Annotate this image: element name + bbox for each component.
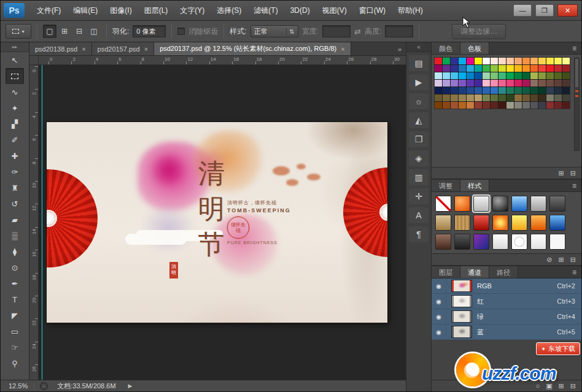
new-swatch-button[interactable]: ⊞ bbox=[559, 169, 564, 177]
vertical-ruler[interactable]: 02468101214161820222426 bbox=[29, 65, 39, 380]
channel-row[interactable]: ◉RGBCtrl+2 bbox=[432, 279, 581, 294]
color-swatch[interactable] bbox=[514, 72, 522, 79]
menu-item[interactable]: 编辑(E) bbox=[67, 1, 104, 21]
color-swatch[interactable] bbox=[530, 80, 538, 86]
tab-close-icon[interactable]: × bbox=[341, 45, 344, 53]
color-swatch[interactable] bbox=[451, 58, 458, 64]
menu-item[interactable]: 图像(I) bbox=[104, 1, 138, 21]
color-swatch[interactable] bbox=[475, 80, 482, 86]
height-input[interactable] bbox=[385, 25, 413, 37]
color-swatch[interactable] bbox=[538, 72, 546, 79]
clear-style-button[interactable]: ⊘ bbox=[546, 256, 552, 264]
style-thumb-plain-white[interactable] bbox=[549, 234, 565, 250]
menu-item[interactable]: 3D(D) bbox=[284, 1, 316, 21]
visibility-eye-icon[interactable]: ◉ bbox=[432, 325, 446, 339]
scrollbar-thumb[interactable] bbox=[575, 59, 578, 87]
color-swatch[interactable] bbox=[554, 102, 562, 109]
panel-tab[interactable]: 样式 bbox=[460, 180, 489, 191]
info-panel-icon[interactable]: ◈ bbox=[409, 150, 429, 166]
delete-swatch-button[interactable]: ⊟ bbox=[570, 169, 576, 177]
panel-menu-icon[interactable]: ≡ bbox=[567, 42, 581, 54]
color-swatch[interactable] bbox=[475, 65, 482, 72]
antialias-checkbox[interactable] bbox=[177, 28, 185, 35]
color-swatch[interactable] bbox=[451, 102, 458, 109]
color-swatch[interactable] bbox=[514, 58, 522, 64]
brush-presets-panel-icon[interactable]: ▤ bbox=[409, 55, 429, 71]
color-swatch[interactable] bbox=[538, 65, 546, 72]
color-swatch[interactable] bbox=[562, 58, 570, 64]
properties-panel-icon[interactable]: ☼ bbox=[409, 93, 429, 109]
navigator-panel-icon[interactable]: ✛ bbox=[409, 188, 429, 204]
color-swatch[interactable] bbox=[459, 72, 466, 79]
rectangle-tool[interactable]: ▭ bbox=[6, 323, 24, 339]
style-thumb-black-noise[interactable] bbox=[454, 234, 470, 250]
style-thumb-purple-blue[interactable] bbox=[473, 234, 489, 250]
width-input[interactable] bbox=[322, 25, 351, 37]
dock-expand-button[interactable]: « bbox=[406, 42, 431, 52]
paragraph-panel-icon[interactable]: ¶ bbox=[409, 226, 429, 242]
color-swatch[interactable] bbox=[475, 87, 482, 94]
color-swatch[interactable] bbox=[546, 87, 554, 94]
style-thumb-white-bevel[interactable] bbox=[492, 234, 508, 250]
color-swatch[interactable] bbox=[554, 87, 562, 94]
panel-menu-icon[interactable]: ≡ bbox=[567, 180, 581, 191]
color-swatch[interactable] bbox=[546, 94, 554, 101]
eyedropper-tool[interactable]: ✐ bbox=[6, 132, 24, 148]
style-thumb-orange-star[interactable] bbox=[492, 215, 508, 231]
quick-selection-tool[interactable]: ✦ bbox=[6, 100, 24, 116]
color-swatch[interactable] bbox=[491, 102, 498, 109]
guide-line[interactable] bbox=[42, 65, 42, 380]
color-swatch[interactable] bbox=[538, 87, 546, 94]
panel-menu-icon[interactable]: ≡ bbox=[567, 266, 581, 278]
brush-tool[interactable]: ✑ bbox=[6, 164, 24, 180]
swatch-scrollbar[interactable] bbox=[574, 58, 580, 151]
tab-close-icon[interactable]: × bbox=[82, 45, 85, 53]
color-swatch[interactable] bbox=[467, 102, 474, 109]
feather-input[interactable]: 0 像素 bbox=[133, 25, 166, 37]
color-swatch[interactable] bbox=[522, 94, 530, 101]
visibility-eye-icon[interactable]: ◉ bbox=[432, 309, 446, 324]
style-thumb-red-gloss[interactable] bbox=[473, 215, 489, 231]
status-flyout-arrow-icon[interactable]: ▶ bbox=[128, 383, 133, 389]
color-swatch[interactable] bbox=[546, 72, 554, 79]
color-swatch[interactable] bbox=[451, 87, 458, 94]
style-thumb-yellow-gloss[interactable] bbox=[511, 215, 527, 231]
color-swatch[interactable] bbox=[435, 80, 442, 86]
canvas-viewport[interactable]: 清明节 清明怀古，缅怀先祖 TOMB-SWEEPING 缅怀先祖 PURE BR… bbox=[39, 65, 406, 380]
color-swatch[interactable] bbox=[522, 58, 530, 64]
tab-overflow-icon[interactable]: » bbox=[394, 42, 406, 55]
color-swatch[interactable] bbox=[435, 87, 442, 94]
style-thumb-light-gray[interactable] bbox=[530, 196, 546, 212]
color-swatch[interactable] bbox=[506, 80, 514, 86]
color-swatch[interactable] bbox=[467, 94, 474, 101]
color-swatch[interactable] bbox=[562, 102, 570, 109]
color-swatch[interactable] bbox=[546, 58, 554, 64]
menu-item[interactable]: 帮助(H) bbox=[392, 1, 429, 21]
tools-collapse-button[interactable]: ▸▸ bbox=[1, 42, 29, 52]
color-swatch[interactable] bbox=[522, 72, 530, 79]
menu-item[interactable]: 窗口(W) bbox=[353, 1, 392, 21]
color-swatch[interactable] bbox=[483, 65, 490, 72]
color-swatch[interactable] bbox=[467, 65, 474, 72]
color-swatch[interactable] bbox=[491, 87, 498, 94]
style-thumb-white-emboss[interactable] bbox=[530, 234, 546, 250]
style-thumb-blue-glass[interactable] bbox=[511, 196, 527, 212]
color-swatch[interactable] bbox=[459, 58, 466, 64]
color-swatch[interactable] bbox=[506, 94, 514, 101]
color-swatch[interactable] bbox=[514, 87, 522, 94]
color-swatch[interactable] bbox=[435, 58, 442, 64]
panel-tab[interactable]: 颜色 bbox=[432, 42, 460, 54]
color-swatch[interactable] bbox=[499, 87, 506, 94]
panel-tab[interactable]: 色板 bbox=[460, 42, 489, 54]
panel-tab[interactable]: 调整 bbox=[432, 180, 460, 191]
color-swatch[interactable] bbox=[435, 102, 442, 109]
color-swatch[interactable] bbox=[467, 58, 474, 64]
color-swatch[interactable] bbox=[451, 72, 458, 79]
color-swatch[interactable] bbox=[459, 102, 466, 109]
move-tool[interactable]: ↖ bbox=[6, 52, 24, 68]
color-swatch[interactable] bbox=[443, 72, 450, 79]
menu-item[interactable]: 滤镜(T) bbox=[247, 1, 284, 21]
color-swatch[interactable] bbox=[506, 58, 514, 64]
style-thumb-gray-rounded[interactable] bbox=[473, 196, 489, 212]
menu-item[interactable]: 选择(S) bbox=[211, 1, 247, 21]
